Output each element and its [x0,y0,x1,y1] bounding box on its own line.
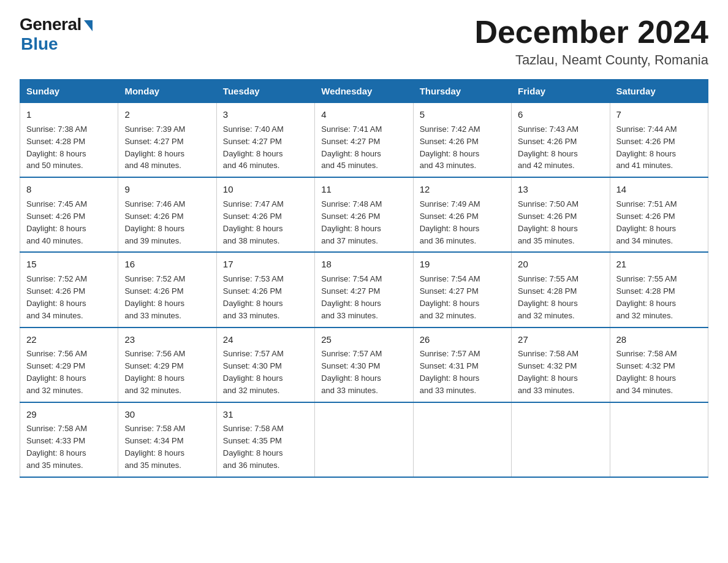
calendar-cell: 8Sunrise: 7:45 AMSunset: 4:26 PMDaylight… [20,177,118,252]
calendar-cell: 12Sunrise: 7:49 AMSunset: 4:26 PMDayligh… [413,177,511,252]
day-number: 10 [223,183,308,196]
calendar-cell: 18Sunrise: 7:54 AMSunset: 4:27 PMDayligh… [315,252,413,327]
logo: General Blue [20,15,93,54]
header-row: SundayMondayTuesdayWednesdayThursdayFrid… [20,80,708,103]
logo-blue-text: Blue [21,34,58,54]
calendar-cell: 13Sunrise: 7:50 AMSunset: 4:26 PMDayligh… [512,177,610,252]
day-number: 7 [616,108,702,121]
calendar-cell: 1Sunrise: 7:38 AMSunset: 4:28 PMDaylight… [20,103,118,178]
day-info: Sunrise: 7:54 AMSunset: 4:27 PMDaylight:… [420,274,480,320]
calendar-header: SundayMondayTuesdayWednesdayThursdayFrid… [20,80,708,103]
calendar-cell: 7Sunrise: 7:44 AMSunset: 4:26 PMDaylight… [610,103,708,178]
day-number: 5 [420,108,505,121]
day-info: Sunrise: 7:58 AMSunset: 4:35 PMDaylight:… [223,424,284,470]
day-info: Sunrise: 7:52 AMSunset: 4:26 PMDaylight:… [26,274,87,320]
day-number: 11 [321,183,406,196]
calendar-cell: 17Sunrise: 7:53 AMSunset: 4:26 PMDayligh… [216,252,314,327]
header-saturday: Saturday [610,80,708,103]
day-info: Sunrise: 7:51 AMSunset: 4:26 PMDaylight:… [616,199,677,245]
header-monday: Monday [118,80,216,103]
header-friday: Friday [512,80,610,103]
day-number: 9 [124,183,210,196]
day-info: Sunrise: 7:41 AMSunset: 4:27 PMDaylight:… [321,124,382,170]
day-info: Sunrise: 7:48 AMSunset: 4:26 PMDaylight:… [321,199,382,245]
calendar-cell: 31Sunrise: 7:58 AMSunset: 4:35 PMDayligh… [216,402,314,477]
day-info: Sunrise: 7:44 AMSunset: 4:26 PMDaylight:… [616,124,677,170]
day-number: 17 [223,258,308,271]
calendar-week-2: 8Sunrise: 7:45 AMSunset: 4:26 PMDaylight… [20,177,708,252]
day-number: 2 [124,108,210,121]
calendar-cell: 19Sunrise: 7:54 AMSunset: 4:27 PMDayligh… [413,252,511,327]
day-number: 21 [616,258,702,271]
calendar-week-1: 1Sunrise: 7:38 AMSunset: 4:28 PMDaylight… [20,103,708,178]
calendar-cell: 28Sunrise: 7:58 AMSunset: 4:32 PMDayligh… [610,327,708,402]
calendar-cell: 9Sunrise: 7:46 AMSunset: 4:26 PMDaylight… [118,177,216,252]
calendar-cell: 27Sunrise: 7:58 AMSunset: 4:32 PMDayligh… [512,327,610,402]
day-number: 27 [518,333,603,347]
header-tuesday: Tuesday [216,80,314,103]
day-info: Sunrise: 7:46 AMSunset: 4:26 PMDaylight:… [124,199,185,245]
day-number: 23 [124,333,210,347]
day-number: 15 [26,258,112,271]
calendar-week-3: 15Sunrise: 7:52 AMSunset: 4:26 PMDayligh… [20,252,708,327]
header-wednesday: Wednesday [315,80,413,103]
day-info: Sunrise: 7:42 AMSunset: 4:26 PMDaylight:… [420,124,480,170]
day-number: 12 [420,183,505,196]
day-number: 3 [223,108,308,121]
day-number: 24 [223,333,308,347]
day-info: Sunrise: 7:38 AMSunset: 4:28 PMDaylight:… [26,124,87,170]
calendar-cell: 21Sunrise: 7:55 AMSunset: 4:28 PMDayligh… [610,252,708,327]
calendar-cell: 22Sunrise: 7:56 AMSunset: 4:29 PMDayligh… [20,327,118,402]
day-number: 13 [518,183,603,196]
calendar-cell: 24Sunrise: 7:57 AMSunset: 4:30 PMDayligh… [216,327,314,402]
day-info: Sunrise: 7:45 AMSunset: 4:26 PMDaylight:… [26,199,87,245]
logo-triangle-icon [84,20,93,31]
day-number: 18 [321,258,406,271]
calendar-cell: 5Sunrise: 7:42 AMSunset: 4:26 PMDaylight… [413,103,511,178]
day-number: 19 [420,258,505,271]
calendar-cell: 2Sunrise: 7:39 AMSunset: 4:27 PMDaylight… [118,103,216,178]
day-number: 6 [518,108,603,121]
calendar-week-4: 22Sunrise: 7:56 AMSunset: 4:29 PMDayligh… [20,327,708,402]
calendar-cell [512,402,610,477]
day-info: Sunrise: 7:58 AMSunset: 4:34 PMDaylight:… [124,424,185,470]
calendar-cell: 23Sunrise: 7:56 AMSunset: 4:29 PMDayligh… [118,327,216,402]
day-info: Sunrise: 7:39 AMSunset: 4:27 PMDaylight:… [124,124,185,170]
day-number: 8 [26,183,112,196]
day-number: 30 [124,408,210,421]
page-header: General Blue December 2024 Tazlau, Neamt… [20,15,708,68]
day-number: 4 [321,108,406,121]
day-number: 28 [616,333,702,347]
calendar-cell: 10Sunrise: 7:47 AMSunset: 4:26 PMDayligh… [216,177,314,252]
calendar-cell: 6Sunrise: 7:43 AMSunset: 4:26 PMDaylight… [512,103,610,178]
day-info: Sunrise: 7:56 AMSunset: 4:29 PMDaylight:… [26,349,87,395]
day-info: Sunrise: 7:53 AMSunset: 4:26 PMDaylight:… [223,274,284,320]
calendar-cell [413,402,511,477]
header-sunday: Sunday [20,80,118,103]
calendar-cell: 25Sunrise: 7:57 AMSunset: 4:30 PMDayligh… [315,327,413,402]
day-info: Sunrise: 7:57 AMSunset: 4:31 PMDaylight:… [420,349,480,395]
day-info: Sunrise: 7:57 AMSunset: 4:30 PMDaylight:… [223,349,284,395]
day-number: 16 [124,258,210,271]
day-number: 20 [518,258,603,271]
calendar-cell: 3Sunrise: 7:40 AMSunset: 4:27 PMDaylight… [216,103,314,178]
day-info: Sunrise: 7:40 AMSunset: 4:27 PMDaylight:… [223,124,284,170]
day-info: Sunrise: 7:58 AMSunset: 4:33 PMDaylight:… [26,424,87,470]
calendar-cell: 26Sunrise: 7:57 AMSunset: 4:31 PMDayligh… [413,327,511,402]
calendar-cell [610,402,708,477]
day-info: Sunrise: 7:55 AMSunset: 4:28 PMDaylight:… [616,274,677,320]
day-info: Sunrise: 7:57 AMSunset: 4:30 PMDaylight:… [321,349,382,395]
day-number: 14 [616,183,702,196]
calendar-cell: 16Sunrise: 7:52 AMSunset: 4:26 PMDayligh… [118,252,216,327]
day-info: Sunrise: 7:54 AMSunset: 4:27 PMDaylight:… [321,274,382,320]
header-thursday: Thursday [413,80,511,103]
day-number: 1 [26,108,112,121]
day-info: Sunrise: 7:47 AMSunset: 4:26 PMDaylight:… [223,199,284,245]
day-info: Sunrise: 7:49 AMSunset: 4:26 PMDaylight:… [420,199,480,245]
day-number: 29 [26,408,112,421]
day-info: Sunrise: 7:56 AMSunset: 4:29 PMDaylight:… [124,349,185,395]
day-number: 31 [223,408,308,421]
day-info: Sunrise: 7:58 AMSunset: 4:32 PMDaylight:… [616,349,677,395]
day-number: 26 [420,333,505,347]
calendar-cell: 29Sunrise: 7:58 AMSunset: 4:33 PMDayligh… [20,402,118,477]
